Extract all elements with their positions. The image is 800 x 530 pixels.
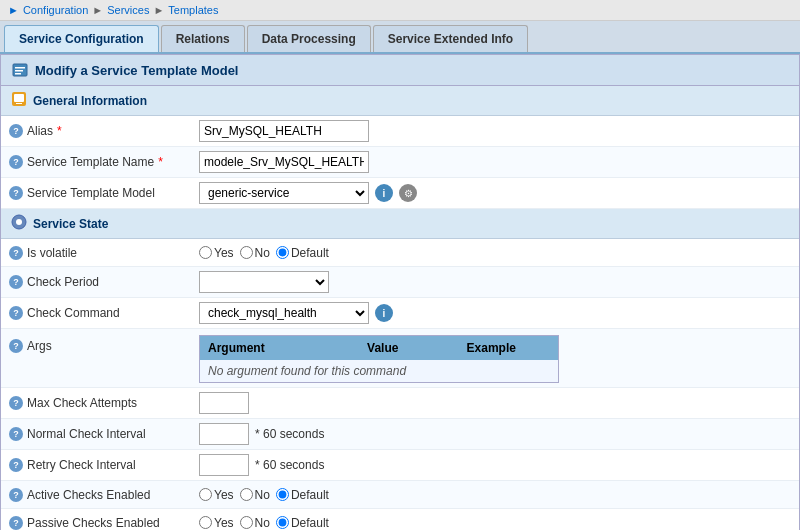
passive-no-radio[interactable] — [240, 516, 253, 529]
active-yes-radio[interactable] — [199, 488, 212, 501]
breadcrumb-config[interactable]: Configuration — [23, 4, 88, 16]
alias-input[interactable] — [199, 120, 369, 142]
breadcrumb-icon: ► — [8, 4, 19, 16]
max-check-input[interactable] — [199, 392, 249, 414]
active-checks-row: ? Active Checks Enabled Yes No Default — [1, 481, 799, 509]
volatile-yes-label[interactable]: Yes — [199, 246, 234, 260]
retry-check-help-icon[interactable]: ? — [9, 458, 23, 472]
form-title-header: Modify a Service Template Model — [1, 55, 799, 86]
check-period-help-icon[interactable]: ? — [9, 275, 23, 289]
active-checks-value: Yes No Default — [199, 488, 791, 502]
retry-check-interval-row: ? Retry Check Interval * 60 seconds — [1, 450, 799, 481]
volatile-no-radio[interactable] — [240, 246, 253, 259]
tab-service-configuration[interactable]: Service Configuration — [4, 25, 159, 52]
tab-relations[interactable]: Relations — [161, 25, 245, 52]
retry-check-suffix: * 60 seconds — [255, 458, 324, 472]
args-col-argument: Argument — [200, 339, 359, 357]
svg-rect-6 — [16, 103, 22, 104]
active-default-radio[interactable] — [276, 488, 289, 501]
check-period-value — [199, 271, 791, 293]
breadcrumb-services[interactable]: Services — [107, 4, 149, 16]
service-template-name-row: ? Service Template Name * — [1, 147, 799, 178]
active-no-label[interactable]: No — [240, 488, 270, 502]
check-period-select[interactable] — [199, 271, 329, 293]
active-no-radio[interactable] — [240, 488, 253, 501]
args-row: ? Args Argument Value Example No argumen… — [1, 329, 799, 388]
svg-rect-3 — [15, 73, 21, 75]
tab-data-processing[interactable]: Data Processing — [247, 25, 371, 52]
stm-help-icon[interactable]: ? — [9, 186, 23, 200]
retry-check-value: * 60 seconds — [199, 454, 791, 476]
active-checks-label: ? Active Checks Enabled — [9, 488, 199, 502]
args-table-header: Argument Value Example — [200, 336, 558, 360]
active-default-label[interactable]: Default — [276, 488, 329, 502]
is-volatile-row: ? Is volatile Yes No Default — [1, 239, 799, 267]
retry-check-input[interactable] — [199, 454, 249, 476]
max-check-attempts-row: ? Max Check Attempts — [1, 388, 799, 419]
service-template-name-input[interactable] — [199, 151, 369, 173]
alias-help-icon[interactable]: ? — [9, 124, 23, 138]
service-state-label: Service State — [33, 217, 108, 231]
args-col-value: Value — [359, 339, 458, 357]
svg-point-8 — [16, 219, 22, 225]
passive-checks-row: ? Passive Checks Enabled Yes No Default — [1, 509, 799, 530]
max-check-value — [199, 392, 791, 414]
alias-row: ? Alias * — [1, 116, 799, 147]
check-command-label: ? Check Command — [9, 306, 199, 320]
check-command-value: check_mysql_health i — [199, 302, 791, 324]
stn-label: ? Service Template Name * — [9, 155, 199, 169]
stm-label: ? Service Template Model — [9, 186, 199, 200]
passive-yes-label[interactable]: Yes — [199, 516, 234, 530]
stn-help-icon[interactable]: ? — [9, 155, 23, 169]
service-template-model-select[interactable]: generic-service — [199, 182, 369, 204]
volatile-default-label[interactable]: Default — [276, 246, 329, 260]
tabs-row: Service Configuration Relations Data Pro… — [0, 21, 800, 54]
args-table: Argument Value Example No argument found… — [199, 335, 559, 383]
normal-check-interval-row: ? Normal Check Interval * 60 seconds — [1, 419, 799, 450]
passive-default-radio[interactable] — [276, 516, 289, 529]
check-command-help-icon[interactable]: ? — [9, 306, 23, 320]
stm-info-icon[interactable]: i — [375, 184, 393, 202]
volatile-yes-radio[interactable] — [199, 246, 212, 259]
args-label: ? Args — [9, 335, 199, 353]
passive-checks-help-icon[interactable]: ? — [9, 516, 23, 530]
passive-checks-label: ? Passive Checks Enabled — [9, 516, 199, 530]
breadcrumb-templates: Templates — [168, 4, 218, 16]
volatile-label: ? Is volatile — [9, 246, 199, 260]
passive-yes-radio[interactable] — [199, 516, 212, 529]
form-container: Modify a Service Template Model General … — [0, 54, 800, 530]
form-title: Modify a Service Template Model — [35, 63, 238, 78]
active-checks-help-icon[interactable]: ? — [9, 488, 23, 502]
check-command-row: ? Check Command check_mysql_health i — [1, 298, 799, 329]
passive-default-label[interactable]: Default — [276, 516, 329, 530]
form-title-icon — [11, 61, 29, 79]
volatile-value: Yes No Default — [199, 246, 791, 260]
svg-rect-2 — [15, 70, 23, 72]
alias-label: ? Alias * — [9, 124, 199, 138]
volatile-no-label[interactable]: No — [240, 246, 270, 260]
breadcrumb: ► Configuration ► Services ► Templates — [0, 0, 800, 21]
svg-rect-5 — [14, 94, 24, 102]
stm-settings-icon[interactable]: ⚙ — [399, 184, 417, 202]
retry-check-label: ? Retry Check Interval — [9, 458, 199, 472]
normal-check-input[interactable] — [199, 423, 249, 445]
normal-check-label: ? Normal Check Interval — [9, 427, 199, 441]
passive-no-label[interactable]: No — [240, 516, 270, 530]
args-help-icon[interactable]: ? — [9, 339, 23, 353]
tab-service-extended-info[interactable]: Service Extended Info — [373, 25, 528, 52]
normal-check-help-icon[interactable]: ? — [9, 427, 23, 441]
volatile-default-radio[interactable] — [276, 246, 289, 259]
stm-value: generic-service i ⚙ — [199, 182, 791, 204]
normal-check-suffix: * 60 seconds — [255, 427, 324, 441]
general-info-icon — [11, 91, 27, 110]
args-value: Argument Value Example No argument found… — [199, 335, 791, 383]
args-no-data: No argument found for this command — [200, 360, 558, 382]
service-state-header: Service State — [1, 209, 799, 239]
max-check-label: ? Max Check Attempts — [9, 396, 199, 410]
check-command-select[interactable]: check_mysql_health — [199, 302, 369, 324]
max-check-help-icon[interactable]: ? — [9, 396, 23, 410]
check-command-info-icon[interactable]: i — [375, 304, 393, 322]
alias-value — [199, 120, 791, 142]
active-yes-label[interactable]: Yes — [199, 488, 234, 502]
volatile-help-icon[interactable]: ? — [9, 246, 23, 260]
